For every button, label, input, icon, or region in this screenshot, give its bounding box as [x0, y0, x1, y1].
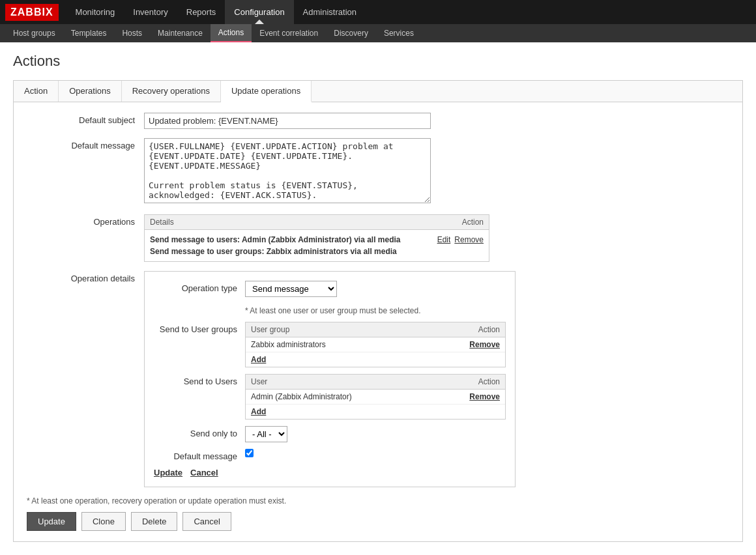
op-type-label: Operation type [154, 281, 245, 293]
operations-label: Operations [27, 214, 144, 227]
default-message-label: Default message [27, 138, 144, 150]
default-message-field: {USER.FULLNAME} {EVENT.UPDATE.ACTION} pr… [144, 138, 729, 205]
default-subject-input[interactable] [144, 113, 431, 129]
user-add-row: Add [246, 405, 505, 419]
operations-row: Operations Details Action Send message t… [27, 214, 729, 262]
op-details-field: Operation type Send message Remote comma… [144, 271, 729, 487]
delete-button[interactable]: Delete [131, 512, 178, 531]
ops-table-header: Details Action [145, 215, 489, 230]
ops-action-header: Action [462, 218, 484, 227]
send-users-label: Send to Users [154, 374, 245, 386]
tabs-header: Action Operations Recovery operations Up… [14, 81, 742, 102]
op-cancel-link[interactable]: Cancel [190, 468, 218, 477]
usergroups-table: User group Action Zabbix administrators … [245, 322, 506, 367]
tab-operations[interactable]: Operations [59, 81, 122, 102]
user-col-header: User [251, 377, 267, 386]
op-hint-row: * At least one user or user group must b… [154, 304, 506, 315]
send-users-row: Send to Users User Action Admin (Zabbix … [154, 374, 506, 420]
clone-button[interactable]: Clone [81, 512, 126, 531]
usergroup-remove-0[interactable]: Remove [469, 340, 500, 349]
subnav-maintenance[interactable]: Maintenance [150, 24, 211, 42]
tab-recovery-operations[interactable]: Recovery operations [122, 81, 221, 102]
ops-row-line1: Send message to users: Admin (Zabbix Adm… [150, 234, 401, 246]
send-only-to-row: Send only to - All - [154, 426, 506, 442]
usergroup-action-header: Action [478, 325, 500, 334]
default-subject-row: Default subject [27, 113, 729, 129]
subnav-eventcorrelation[interactable]: Event correlation [252, 24, 326, 42]
usergroup-add-link[interactable]: Add [251, 355, 266, 364]
user-row-0: Admin (Zabbix Administrator) Remove [246, 390, 505, 405]
default-subject-label: Default subject [27, 113, 144, 125]
send-usergroups-label: Send to User groups [154, 322, 245, 334]
tab-update-operations[interactable]: Update operations [221, 81, 312, 102]
op-update-link[interactable]: Update [154, 468, 182, 477]
ops-table-row: Send message to users: Admin (Zabbix Adm… [145, 230, 489, 261]
default-message-checkbox[interactable] [245, 449, 254, 457]
usergroup-name-0: Zabbix administrators [251, 340, 326, 349]
form-area: Default subject Default message {USER.FU… [14, 102, 742, 541]
subnav-discovery[interactable]: Discovery [326, 24, 376, 42]
send-users-field: User Action Admin (Zabbix Administrator)… [245, 374, 506, 420]
nav-inventory[interactable]: Inventory [124, 0, 177, 24]
cancel-button[interactable]: Cancel [182, 512, 231, 531]
subnav-templates[interactable]: Templates [63, 24, 115, 42]
subnav-hosts[interactable]: Hosts [114, 24, 150, 42]
usergroups-header: User group Action [246, 322, 505, 337]
send-only-to-field: - All - [245, 426, 506, 442]
bottom-buttons: Update Clone Delete Cancel [27, 512, 729, 531]
nav-configuration[interactable]: Configuration [225, 0, 293, 24]
op-type-field: Send message Remote command [245, 281, 506, 297]
op-type-row: Operation type Send message Remote comma… [154, 281, 506, 297]
update-button[interactable]: Update [27, 512, 76, 531]
user-add-link[interactable]: Add [251, 407, 266, 416]
op-details-label: Operation details [27, 271, 144, 283]
nav-administration[interactable]: Administration [294, 0, 366, 24]
sub-nav: Host groups Templates Hosts Maintenance … [0, 24, 756, 42]
usergroup-row-0: Zabbix administrators Remove [246, 337, 505, 352]
op-details-box: Operation type Send message Remote comma… [144, 271, 516, 487]
default-msg-check-label: Default message [154, 449, 245, 461]
send-only-to-label: Send only to [154, 426, 245, 438]
subnav-hostgroups[interactable]: Host groups [5, 24, 63, 42]
op-buttons: Update Cancel [154, 468, 506, 477]
user-remove-0[interactable]: Remove [469, 392, 500, 401]
ops-row-inner: Send message to users: Admin (Zabbix Adm… [150, 234, 484, 257]
ops-row-actions: Edit Remove [437, 234, 484, 246]
top-nav-items: Monitoring Inventory Reports Configurati… [66, 0, 366, 24]
default-message-textarea[interactable]: {USER.FULLNAME} {EVENT.UPDATE.ACTION} pr… [144, 138, 431, 203]
send-usergroups-row: Send to User groups User group Action Za… [154, 322, 506, 367]
operations-field: Details Action Send message to users: Ad… [144, 214, 729, 262]
ops-edit-link[interactable]: Edit [437, 234, 451, 246]
op-hint-text: * At least one user or user group must b… [245, 306, 506, 315]
op-details-row: Operation details Operation type Send me… [27, 271, 729, 487]
ops-remove-link[interactable]: Remove [454, 234, 484, 246]
logo[interactable]: ZABBIX [5, 4, 59, 21]
subnav-services[interactable]: Services [376, 24, 422, 42]
send-usergroups-field: User group Action Zabbix administrators … [245, 322, 506, 367]
users-header: User Action [246, 375, 505, 390]
usergroup-add-row: Add [246, 352, 505, 367]
tabs-container: Action Operations Recovery operations Up… [13, 80, 743, 542]
default-message-row: Default message {USER.FULLNAME} {EVENT.U… [27, 138, 729, 205]
nav-reports[interactable]: Reports [177, 0, 225, 24]
ops-row-line2: Send message to user groups: Zabbix admi… [150, 246, 401, 257]
ops-row-details: Send message to users: Admin (Zabbix Adm… [150, 234, 401, 257]
users-table: User Action Admin (Zabbix Administrator)… [245, 374, 506, 420]
page-content: Actions Action Operations Recovery opera… [0, 42, 756, 552]
footer-note: * At least one operation, recovery opera… [27, 496, 729, 505]
subnav-actions[interactable]: Actions [211, 24, 252, 42]
page-title: Actions [13, 53, 743, 70]
user-name-0: Admin (Zabbix Administrator) [251, 392, 352, 401]
op-type-select[interactable]: Send message Remote command [245, 281, 337, 297]
top-nav: ZABBIX Monitoring Inventory Reports Conf… [0, 0, 756, 24]
send-only-to-select[interactable]: - All - [245, 426, 287, 442]
tab-action[interactable]: Action [14, 81, 59, 102]
default-subject-field [144, 113, 729, 129]
usergroup-col-header: User group [251, 325, 289, 334]
user-action-header: Action [478, 377, 500, 386]
default-msg-check-field [245, 449, 506, 459]
default-msg-check-row: Default message [154, 449, 506, 461]
nav-monitoring[interactable]: Monitoring [66, 0, 124, 24]
ops-details-header: Details [150, 218, 174, 227]
ops-table: Details Action Send message to users: Ad… [144, 214, 489, 262]
